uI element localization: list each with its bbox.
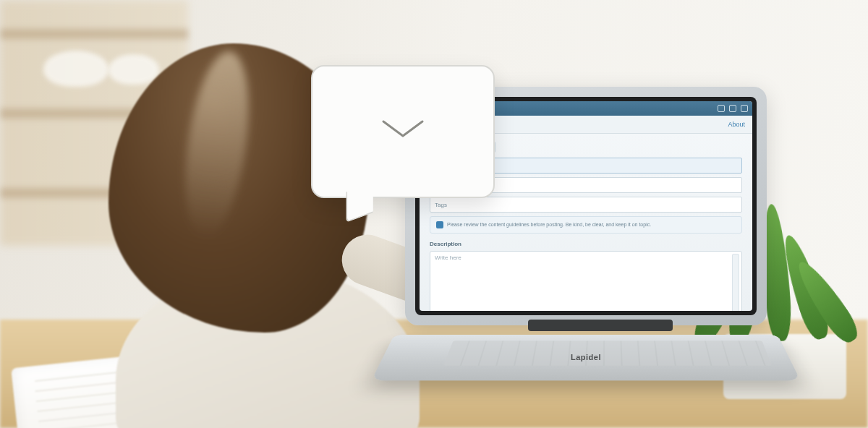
info-icon xyxy=(436,221,443,228)
window-control-icon[interactable] xyxy=(718,105,725,112)
info-text: Please review the content guidelines bef… xyxy=(447,222,651,227)
scrollbar[interactable] xyxy=(732,254,739,311)
chevron-down-icon xyxy=(378,114,428,143)
toolbar-right-link[interactable]: About xyxy=(728,121,745,128)
laptop-hinge xyxy=(528,320,673,331)
field-label: Tags xyxy=(435,202,447,208)
shelf-edge xyxy=(0,29,188,39)
speech-bubble-overlay xyxy=(311,65,495,198)
laptop-brand-label: Lapidel xyxy=(405,353,767,361)
bowl-decor xyxy=(109,54,159,85)
window-control-icon[interactable] xyxy=(729,105,736,112)
window-control-icon[interactable] xyxy=(741,105,748,112)
section-heading: Description xyxy=(430,241,742,247)
scene-photo: Home About Post Thread Title Subject Tag… xyxy=(0,0,868,428)
textarea-placeholder: Write here xyxy=(435,254,461,261)
tags-field[interactable]: Tags xyxy=(430,197,742,213)
info-banner: Please review the content guidelines bef… xyxy=(430,216,742,234)
description-textarea[interactable]: Write here xyxy=(430,251,742,311)
bowl-decor xyxy=(43,51,109,87)
